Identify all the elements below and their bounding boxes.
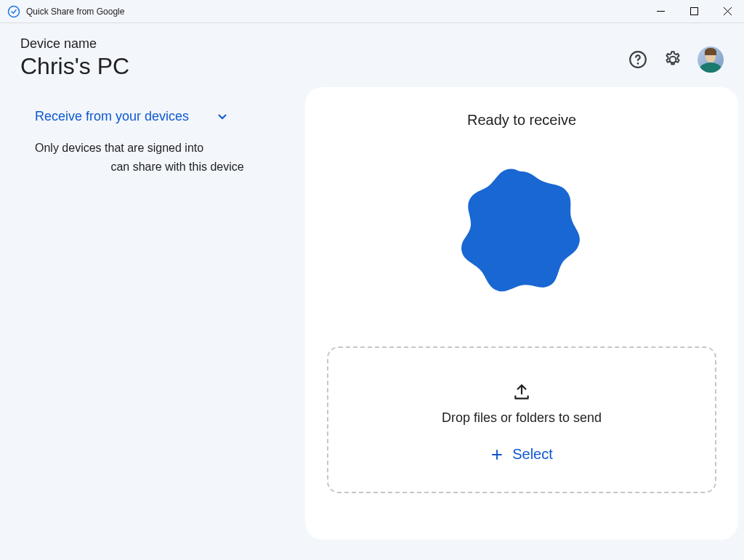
receive-mode-dropdown[interactable]: Receive from your devices: [35, 109, 276, 124]
app-header: Device name Chris's PC: [0, 23, 744, 87]
window-controls: [644, 0, 744, 23]
maximize-button[interactable]: [677, 0, 711, 23]
device-name-label: Device name: [20, 36, 129, 52]
window-titlebar: Quick Share from Google: [0, 0, 744, 23]
header-actions: [628, 36, 724, 73]
app-icon: [7, 5, 20, 18]
receive-mode-label: Receive from your devices: [35, 109, 189, 124]
upload-icon: [512, 383, 531, 402]
help-icon: [628, 50, 647, 69]
device-block: Device name Chris's PC: [20, 36, 129, 80]
settings-button[interactable]: [663, 49, 683, 70]
plus-icon: [490, 448, 504, 461]
drop-hint-text: Drop files or folders to send: [442, 410, 602, 426]
drop-zone[interactable]: Drop files or folders to send Select: [327, 346, 716, 493]
content-panel: Ready to receive Drop files or folders t…: [305, 87, 738, 540]
ready-status: Ready to receive: [467, 112, 576, 129]
help-button[interactable]: [628, 49, 648, 70]
svg-rect-2: [690, 8, 698, 15]
select-button-label: Select: [512, 446, 553, 463]
ready-blob-graphic: [456, 165, 587, 296]
close-button[interactable]: [711, 0, 744, 23]
gear-icon: [663, 50, 682, 69]
device-name-value: Chris's PC: [20, 53, 129, 80]
minimize-button[interactable]: [644, 0, 677, 23]
receive-mode-description: Only devices that are signed into can sh…: [35, 139, 260, 176]
sidebar: Receive from your devices Only devices t…: [0, 87, 305, 540]
svg-point-0: [9, 6, 20, 17]
window-title: Quick Share from Google: [26, 7, 124, 17]
svg-point-6: [637, 62, 639, 65]
chevron-down-icon: [218, 114, 227, 120]
select-files-button[interactable]: Select: [490, 446, 553, 463]
account-avatar[interactable]: [698, 46, 724, 73]
main-area: Receive from your devices Only devices t…: [0, 87, 744, 545]
